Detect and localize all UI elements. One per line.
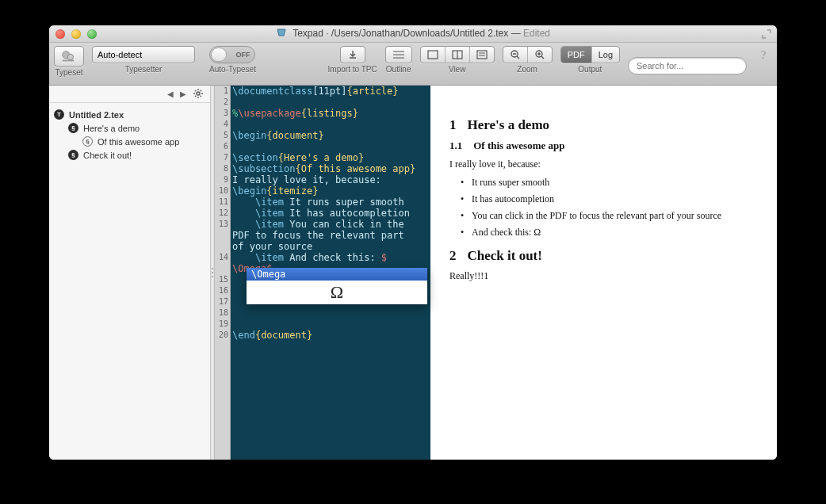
window-title: Texpad · /Users/Jonathan/Downloads/Untit… bbox=[49, 27, 777, 40]
import-label: Import to TPC bbox=[328, 65, 377, 74]
zoom-label: Zoom bbox=[517, 65, 537, 74]
autocomplete-selection[interactable]: \Omega bbox=[247, 268, 427, 281]
titlebar[interactable]: Texpad · /Users/Jonathan/Downloads/Untit… bbox=[49, 25, 777, 43]
zoom-out-button[interactable] bbox=[503, 47, 528, 63]
preview-list-item[interactable]: It runs super smooth bbox=[461, 177, 758, 189]
preview-paragraph[interactable]: I really love it, because: bbox=[449, 158, 758, 170]
view-source-only[interactable] bbox=[421, 47, 446, 63]
document-icon: T bbox=[54, 109, 64, 120]
gear-icon[interactable] bbox=[193, 88, 204, 101]
outline-button[interactable] bbox=[385, 46, 412, 63]
app-icon bbox=[276, 27, 287, 40]
outline-item-label: Here's a demo bbox=[83, 124, 140, 133]
svg-rect-3 bbox=[428, 51, 438, 59]
output-log-button[interactable]: Log bbox=[592, 47, 619, 63]
autotypeset-label: Auto-Typeset bbox=[209, 65, 256, 74]
autocomplete-preview: Ω bbox=[247, 281, 427, 304]
close-icon[interactable] bbox=[55, 29, 65, 39]
view-split[interactable] bbox=[446, 47, 470, 63]
outline-root-label: Untitled 2.tex bbox=[69, 110, 124, 120]
search-field[interactable] bbox=[628, 57, 747, 74]
outline-sidebar: ◀ ▶ T Untitled 2.tex § Here's a demo § bbox=[49, 86, 211, 460]
outline-subsection[interactable]: § Of this awesome app bbox=[51, 135, 208, 148]
preview-list: It runs super smooth It has autocompleti… bbox=[449, 177, 758, 239]
nav-forward-icon[interactable]: ▶ bbox=[180, 90, 186, 98]
app-window: Texpad · /Users/Jonathan/Downloads/Untit… bbox=[49, 25, 777, 460]
outline-section[interactable]: § Here's a demo bbox=[51, 121, 208, 135]
outline-label: Outline bbox=[386, 65, 411, 74]
search-input[interactable] bbox=[637, 61, 746, 71]
preview-list-item[interactable]: You can click in the PDF to focus the re… bbox=[461, 210, 758, 222]
typesetter-picker[interactable]: Auto-detect bbox=[92, 46, 195, 63]
minimize-icon[interactable] bbox=[71, 29, 81, 39]
svg-rect-5 bbox=[477, 51, 487, 59]
outline-item-label: Of this awesome app bbox=[98, 137, 179, 147]
zoom-icon[interactable] bbox=[87, 29, 97, 39]
subsection-icon: § bbox=[82, 136, 93, 147]
output-pdf-button[interactable]: PDF bbox=[561, 47, 592, 63]
outline-tree: T Untitled 2.tex § Here's a demo § Of th… bbox=[49, 103, 210, 166]
outline-item-label: Check it out! bbox=[83, 151, 132, 160]
output-label: Output bbox=[578, 65, 602, 74]
import-button[interactable] bbox=[340, 46, 365, 63]
preview-paragraph[interactable]: Really!!!1 bbox=[449, 270, 758, 282]
preview-section-heading[interactable]: 2Check it out! bbox=[449, 248, 758, 264]
preview-list-item[interactable]: It has autocompletion bbox=[461, 193, 758, 205]
preview-subsection-heading[interactable]: 1.1Of this awesome app bbox=[449, 139, 758, 152]
section-icon: § bbox=[68, 123, 78, 133]
view-segmented[interactable] bbox=[420, 46, 495, 63]
section-icon: § bbox=[68, 150, 78, 160]
zoom-segmented[interactable] bbox=[503, 46, 553, 63]
sidebar-toolbar: ◀ ▶ bbox=[49, 86, 210, 103]
svg-rect-2 bbox=[63, 60, 75, 62]
preview-list-item[interactable]: And check this: Ω bbox=[461, 227, 758, 239]
toolbar: Typeset Auto-detect Typesetter OFF Auto-… bbox=[49, 43, 777, 86]
autocomplete-popup[interactable]: \Omega Ω bbox=[247, 268, 427, 304]
pdf-preview[interactable]: 1Here's a demo 1.1Of this awesome app I … bbox=[430, 86, 777, 460]
typeset-button[interactable] bbox=[54, 46, 84, 67]
fullscreen-icon[interactable] bbox=[761, 29, 772, 40]
typesetter-label: Typesetter bbox=[125, 65, 163, 74]
line-gutter: 1234567891011121314151617181920 bbox=[215, 86, 231, 460]
source-editor[interactable]: 1234567891011121314151617181920 \documen… bbox=[215, 86, 430, 460]
svg-point-9 bbox=[197, 92, 200, 95]
autotypeset-toggle[interactable]: OFF bbox=[209, 46, 255, 63]
nav-back-icon[interactable]: ◀ bbox=[167, 90, 174, 98]
outline-section[interactable]: § Check it out! bbox=[51, 148, 208, 162]
view-label: View bbox=[449, 65, 466, 74]
preview-section-heading[interactable]: 1Here's a demo bbox=[449, 117, 758, 133]
view-preview-only[interactable] bbox=[470, 47, 494, 63]
output-segmented[interactable]: PDF Log bbox=[560, 46, 620, 63]
help-button[interactable]: ? bbox=[755, 46, 772, 63]
typeset-label: Typeset bbox=[55, 68, 82, 77]
svg-point-1 bbox=[67, 54, 73, 59]
zoom-in-button[interactable] bbox=[528, 47, 552, 63]
source-code[interactable]: \documentclass[11pt]{article}%\usepackag… bbox=[231, 86, 430, 460]
outline-root[interactable]: T Untitled 2.tex bbox=[51, 108, 208, 121]
